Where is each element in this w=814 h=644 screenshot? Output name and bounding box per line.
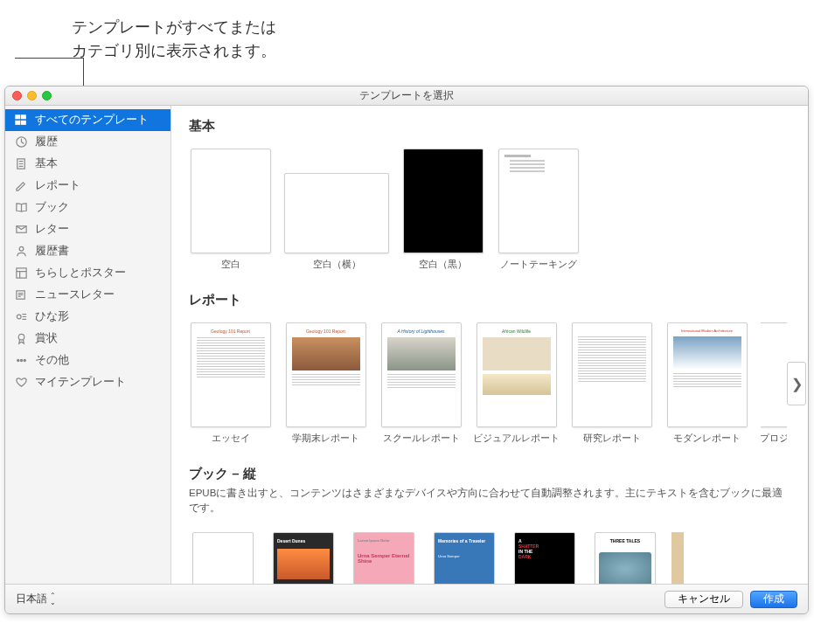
template-essay[interactable]: Geology 101 Report エッセイ [189, 322, 272, 445]
template-thumbnail [284, 173, 389, 253]
language-selector[interactable]: 日本語 ⌃⌄ [16, 592, 56, 606]
book-icon [14, 201, 28, 215]
card-icon [14, 310, 28, 324]
thumb-title: Urna Semper Eternal Shine [354, 548, 414, 569]
sidebar-item-flyer-poster[interactable]: ちらしとポスター [5, 262, 170, 284]
template-thumbnail: Lorem Ipsum Dolor Urna Semper Eternal Sh… [353, 532, 414, 585]
sidebar-item-book[interactable]: ブック [5, 197, 170, 218]
template-thumbnail [498, 149, 579, 253]
svg-rect-1 [21, 115, 25, 119]
sidebar-item-label: 基本 [35, 156, 58, 171]
svg-point-12 [17, 359, 18, 361]
sidebar-item-other[interactable]: その他 [5, 350, 170, 371]
template-book-desert[interactable]: Desert Dunes [269, 532, 337, 585]
sidebar-item-certificate[interactable]: 賞状 [5, 328, 170, 350]
sidebar-item-label: ひな形 [35, 309, 69, 324]
svg-rect-8 [16, 268, 25, 278]
template-book-eternal[interactable]: Lorem Ipsum Dolor Urna Semper Eternal Sh… [350, 532, 418, 585]
thumb-title: African Wildlife [477, 323, 556, 336]
sidebar-item-label: レポート [35, 178, 80, 193]
sidebar-item-letter[interactable]: レター [5, 218, 170, 240]
sidebar-item-recents[interactable]: 履歴 [5, 131, 170, 153]
template-thumbnail: Geology 101 Report [191, 322, 271, 427]
thumb-title: ASHATTERIN THEDARK [515, 533, 574, 564]
sidebar-item-my-templates[interactable]: マイテンプレート [5, 371, 170, 393]
template-thumbnail: A History of Lighthouses [381, 322, 462, 427]
template-label: ビジュアルレポート [473, 433, 560, 445]
sidebar-item-basic[interactable]: 基本 [5, 153, 170, 175]
thumb-image [277, 549, 330, 579]
section-description: EPUBに書き出すと、コンテンツはさまざまなデバイスや方向に合わせて自動調整され… [189, 486, 790, 516]
sidebar-item-label: ニュースレター [35, 287, 115, 302]
sidebar-item-label: レター [35, 222, 69, 237]
template-blank[interactable]: 空白 [189, 149, 272, 271]
sidebar-item-newsletter[interactable]: ニュースレター [5, 284, 170, 306]
template-visual-report[interactable]: African Wildlife ビジュアルレポート [475, 322, 558, 445]
template-thumbnail [403, 149, 484, 253]
sidebar-item-label: 賞状 [35, 331, 58, 346]
svg-point-7 [19, 246, 24, 251]
template-book-tales[interactable]: THREE TALES [591, 532, 659, 585]
dots-icon [14, 354, 28, 368]
sidebar-item-label: 履歴 [35, 135, 58, 149]
minimize-icon[interactable] [27, 91, 37, 100]
template-thumbnail [572, 322, 652, 427]
create-button[interactable]: 作成 [750, 591, 797, 608]
template-thumbnail: THREE TALES [595, 532, 656, 585]
layout-icon [14, 267, 28, 280]
grid-icon [14, 114, 28, 128]
thumb-title: A History of Lighthouses [382, 323, 461, 336]
doc-icon [14, 157, 28, 171]
template-label: スクールレポート [383, 433, 460, 445]
svg-rect-0 [15, 115, 19, 119]
section-title: 基本 [189, 118, 790, 135]
template-term-paper[interactable]: Geology 101 Report 学期末レポート [284, 322, 367, 445]
template-label: 学期末レポート [292, 433, 359, 445]
pencil-icon [14, 179, 28, 193]
thumb-title: Lorem Ipsum Dolor [354, 533, 414, 548]
template-thumbnail [761, 322, 787, 427]
template-label: プロジ [761, 433, 787, 445]
row-book: Desert Dunes Lorem Ipsum Dolor Urna Semp… [171, 523, 808, 585]
sidebar-item-resume[interactable]: 履歴書 [5, 240, 170, 262]
thumb-image [673, 336, 741, 370]
section-book: ブック – 縦 EPUBに書き出すと、コンテンツはさまざまなデバイスや方向に合わ… [171, 454, 808, 523]
thumb-image [292, 337, 360, 370]
template-notetaking[interactable]: ノートテーキング [497, 149, 580, 271]
template-research-report[interactable]: 研究レポート [570, 322, 653, 445]
sidebar-item-report[interactable]: レポート [5, 175, 170, 197]
close-icon[interactable] [12, 91, 22, 100]
template-modern-report[interactable]: International Modern Architecture モダンレポー… [665, 322, 748, 445]
template-book-shatter[interactable]: ASHATTERIN THEDARK [511, 532, 579, 585]
zoom-icon[interactable] [42, 91, 52, 100]
annotation-callout: テンプレートがすべてまたは カテゴリ別に表示されます。 [72, 16, 276, 63]
cancel-button[interactable]: キャンセル [664, 591, 743, 608]
person-icon [14, 245, 28, 259]
thumb-image [483, 374, 551, 395]
sidebar: すべてのテンプレート 履歴 基本 レポート ブック レター [5, 106, 171, 584]
thumb-title: Geology 101 Report [191, 323, 270, 336]
template-blank-black[interactable]: 空白（黒） [401, 149, 484, 271]
svg-point-11 [18, 334, 24, 340]
template-thumbnail: Geology 101 Report [286, 322, 366, 427]
footer: 日本語 ⌃⌄ キャンセル 作成 [5, 584, 808, 613]
template-chooser-window: テンプレートを選択 すべてのテンプレート 履歴 基本 レポート ブック [4, 86, 809, 614]
sidebar-item-stationery[interactable]: ひな形 [5, 306, 170, 328]
template-content[interactable]: 基本 空白 空白（横） 空白（黒） [171, 106, 808, 584]
svg-point-13 [20, 359, 22, 361]
template-book-memories[interactable]: Memories of a Traveler Urna Semper [430, 532, 498, 585]
sidebar-item-label: ちらしとポスター [35, 266, 126, 280]
sidebar-item-label: 履歴書 [35, 244, 69, 259]
sidebar-item-all-templates[interactable]: すべてのテンプレート [5, 109, 170, 131]
template-school-report[interactable]: A History of Lighthouses スクールレポート [379, 322, 463, 445]
template-book-blank[interactable] [189, 532, 257, 585]
titlebar: テンプレートを選択 [5, 87, 808, 106]
scroll-right-button[interactable]: ❯ [787, 362, 806, 405]
template-blank-landscape[interactable]: 空白（横） [284, 149, 389, 271]
template-project[interactable]: プロジ [761, 322, 787, 445]
template-book-next[interactable] [671, 532, 684, 585]
heart-icon [14, 376, 28, 390]
thumb-title: THREE TALES [595, 533, 655, 549]
template-thumbnail: Memories of a Traveler Urna Semper [434, 532, 495, 585]
news-icon [14, 288, 28, 302]
